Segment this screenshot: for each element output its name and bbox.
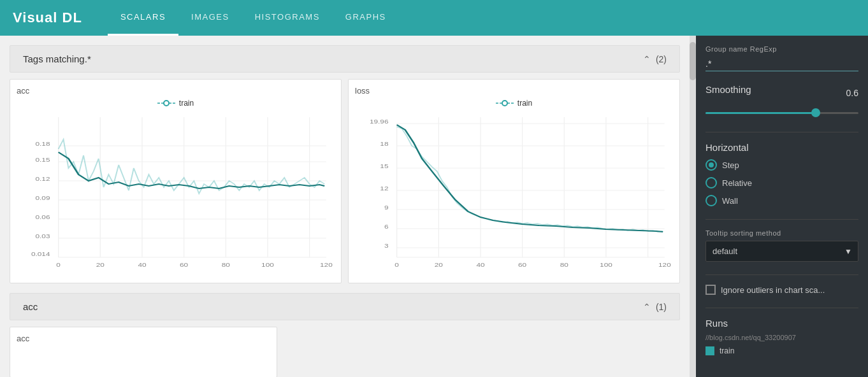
smoothing-value: 0.6	[846, 88, 858, 98]
svg-text:0: 0	[56, 261, 61, 267]
chart-loss-svg: 19.96 18 15 12 9 6 3	[355, 111, 673, 276]
run-train-checkbox[interactable]	[705, 346, 714, 355]
radio-relative-label: Relative	[722, 178, 752, 188]
legend-line-acc	[157, 99, 175, 107]
smoothing-section: Smoothing 0.6	[705, 84, 858, 119]
legend-icon-acc	[157, 99, 175, 107]
divider-2	[705, 219, 858, 220]
nav-images[interactable]: IMAGES	[178, 0, 242, 36]
chevron-up-icon: ⌃	[643, 54, 651, 64]
outliers-section: Ignore outliers in chart sca...	[705, 285, 858, 295]
svg-point-31	[502, 101, 507, 106]
legend-icon-loss	[496, 99, 514, 107]
horizontal-heading: Horizontal	[705, 142, 858, 153]
svg-text:0.03: 0.03	[36, 232, 50, 239]
radio-relative[interactable]: Relative	[705, 177, 858, 188]
radio-step[interactable]: Step	[705, 159, 858, 171]
smoothing-slider-track	[705, 112, 858, 114]
svg-text:60: 60	[518, 261, 526, 267]
svg-text:0: 0	[394, 261, 399, 267]
chart-acc: acc train	[10, 79, 342, 283]
chart-acc-legend: train	[17, 99, 335, 108]
nav: SCALARS IMAGES HISTOGRAMS GRAPHS	[108, 0, 399, 36]
legend-line-loss	[496, 99, 514, 107]
divider-3	[705, 274, 858, 275]
nav-scalars[interactable]: SCALARS	[108, 0, 178, 36]
svg-text:80: 80	[560, 261, 568, 267]
scrollbar-track[interactable]	[690, 36, 696, 377]
svg-text:19.96: 19.96	[370, 118, 389, 124]
right-panel: Group name RegExp Smoothing 0.6 Horizont…	[696, 36, 868, 377]
section-tags-header[interactable]: Tags matching.* ⌃ (2)	[10, 45, 680, 73]
run-train-label: train	[720, 346, 734, 355]
svg-text:40: 40	[476, 261, 484, 267]
tooltip-label: Tooltip sorting method	[705, 229, 858, 237]
group-name-section: Group name RegExp	[705, 45, 858, 71]
chevron-up-icon-2: ⌃	[643, 302, 651, 312]
svg-text:40: 40	[138, 261, 146, 267]
chart-loss-legend: train	[355, 99, 673, 108]
svg-text:20: 20	[96, 261, 105, 267]
svg-text:60: 60	[180, 261, 188, 267]
outliers-checkbox-option[interactable]: Ignore outliers in chart sca...	[705, 285, 858, 295]
smoothing-slider-thumb[interactable]	[811, 108, 820, 117]
svg-text:18: 18	[380, 140, 388, 146]
smoothing-row: Smoothing 0.6	[705, 84, 858, 101]
divider-1	[705, 132, 858, 132]
nav-histograms[interactable]: HISTOGRAMS	[242, 0, 333, 36]
radio-wall[interactable]: Wall	[705, 195, 858, 206]
chart-acc-svg: 0.18 0.15 0.12 0.09 0.06 0.03 0.014	[17, 111, 335, 276]
svg-text:6: 6	[384, 223, 389, 229]
scrollbar-thumb[interactable]	[690, 42, 696, 80]
chart-acc-title: acc	[17, 86, 335, 96]
radio-step-circle[interactable]	[705, 159, 717, 171]
chart-loss: loss train 19.96 18 15	[348, 79, 680, 283]
header: Visual DL SCALARS IMAGES HISTOGRAMS GRAP…	[0, 0, 868, 36]
svg-text:80: 80	[222, 261, 230, 267]
svg-text:15: 15	[380, 162, 388, 169]
outliers-checkbox[interactable]	[705, 285, 716, 295]
divider-4	[705, 308, 858, 308]
run-item-train: train	[705, 346, 858, 355]
horizontal-section: Horizontal Step Relative Wall	[705, 142, 858, 206]
svg-text:0.18: 0.18	[36, 140, 50, 146]
section-acc-header[interactable]: acc ⌃ (1)	[10, 293, 680, 320]
svg-text:0.06: 0.06	[36, 213, 50, 220]
charts-row: acc train	[10, 79, 680, 283]
svg-text:3: 3	[384, 242, 389, 248]
chart-acc-sub: acc	[10, 327, 277, 377]
horizontal-radio-group: Step Relative Wall	[705, 159, 858, 206]
svg-text:0.09: 0.09	[36, 194, 50, 201]
chart-acc-legend-label: train	[179, 99, 194, 108]
smoothing-slider-wrap	[705, 106, 858, 119]
svg-text:20: 20	[435, 261, 443, 267]
section-tags-badge: ⌃ (2)	[643, 54, 667, 64]
svg-text:100: 100	[261, 261, 274, 267]
radio-wall-circle[interactable]	[705, 195, 717, 206]
svg-text:0.12: 0.12	[36, 175, 50, 181]
logo-dl: DL	[62, 10, 82, 25]
group-name-input[interactable]	[705, 57, 858, 71]
watermark: //blog.csdn.net/qq_33200907	[705, 334, 858, 341]
radio-step-label: Step	[722, 160, 739, 170]
svg-text:12: 12	[380, 185, 388, 191]
section-acc-badge: ⌃ (1)	[643, 302, 667, 312]
logo: Visual DL	[13, 10, 82, 26]
chart-loss-legend-label: train	[517, 99, 532, 108]
svg-text:120: 120	[658, 261, 671, 267]
chart-loss-title: loss	[355, 86, 673, 96]
nav-graphs[interactable]: GRAPHS	[333, 0, 399, 36]
logo-visual: Visual	[13, 10, 57, 25]
svg-text:120: 120	[320, 261, 333, 267]
svg-point-1	[164, 101, 169, 106]
runs-section: Runs //blog.csdn.net/qq_33200907 train	[705, 318, 858, 355]
content-area[interactable]: Tags matching.* ⌃ (2) acc train	[0, 36, 690, 377]
smoothing-heading: Smoothing	[705, 84, 751, 95]
section-acc-title: acc	[23, 301, 38, 312]
radio-relative-circle[interactable]	[705, 177, 717, 188]
tooltip-select[interactable]: default ascending descending nearest	[705, 241, 858, 262]
svg-text:9: 9	[384, 204, 389, 210]
radio-wall-label: Wall	[722, 196, 738, 206]
chart-acc-sub-title: acc	[17, 334, 270, 343]
runs-heading: Runs	[705, 318, 858, 329]
